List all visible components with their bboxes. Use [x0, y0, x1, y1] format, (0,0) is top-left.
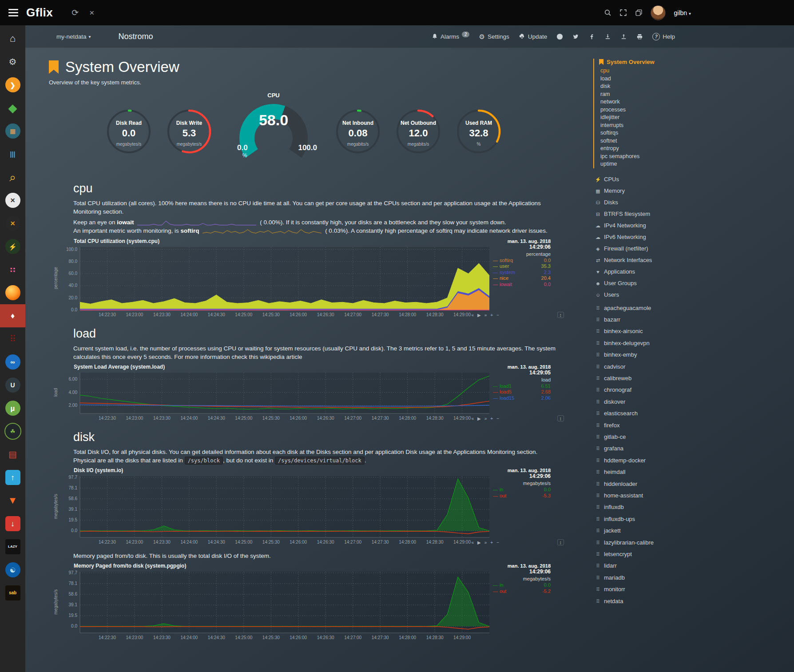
menu-app[interactable]: ⠿hddtemp-docker	[594, 455, 794, 466]
menu-section[interactable]: ⚡CPUs	[594, 174, 794, 185]
github-icon[interactable]	[556, 33, 563, 40]
disk-chart-plot[interactable]: 14:22:3014:23:0014:23:3014:24:0014:24:30…	[60, 473, 491, 545]
app-shortcut[interactable]: ⚡	[0, 235, 25, 258]
app-shortcut[interactable]	[0, 281, 25, 304]
app-shortcut[interactable]: ⚙	[0, 50, 25, 73]
app-shortcut[interactable]: ▼	[0, 489, 25, 512]
menu-subitem[interactable]: processes	[600, 106, 794, 114]
menu-subitem[interactable]: uptime	[600, 160, 794, 168]
legend-row[interactable]: —softirq 0.0	[493, 258, 551, 264]
zoom-out-icon[interactable]: −	[496, 540, 499, 545]
menu-section[interactable]: ☺Users	[594, 289, 794, 301]
pan-left-icon[interactable]: «	[471, 540, 474, 545]
app-shortcut[interactable]: U	[0, 374, 25, 397]
app-shortcut[interactable]: ▤	[0, 443, 25, 466]
app-shortcut[interactable]: sab	[0, 581, 25, 604]
menu-subitem[interactable]: softirqs	[600, 129, 794, 137]
menu-section[interactable]: ◈Firewall (netfilter)	[594, 243, 794, 254]
app-shortcut[interactable]: ❯	[0, 73, 25, 96]
menu-app[interactable]: ⠿monitorr	[594, 584, 794, 595]
menu-section[interactable]: ▦Memory	[594, 185, 794, 197]
menu-app[interactable]: ⠿diskover	[594, 396, 794, 408]
menu-app[interactable]: ⠿cadvisor	[594, 361, 794, 373]
resize-handle-icon[interactable]: ↕	[557, 539, 564, 545]
server-dropdown[interactable]: my-netdata▾	[56, 33, 91, 40]
menu-app[interactable]: ⠿binhex-emby	[594, 349, 794, 361]
app-shortcut[interactable]: ☘	[0, 420, 25, 443]
pan-right-icon[interactable]: »	[484, 540, 487, 545]
resize-handle-icon[interactable]: ↕	[557, 312, 564, 318]
app-shortcut[interactable]: ▦	[0, 119, 25, 143]
zoom-out-icon[interactable]: −	[496, 313, 499, 318]
menu-subitem[interactable]: softnet	[600, 137, 794, 145]
close-icon[interactable]: ×	[89, 8, 94, 17]
menu-section[interactable]: ☁IPv6 Networking	[594, 231, 794, 243]
gauge-used-ram[interactable]: Used RAM 32.8 %	[449, 105, 509, 173]
menu-app[interactable]: ⠿home-assistant	[594, 490, 794, 501]
menu-section[interactable]: ☁IPv4 Networking	[594, 220, 794, 231]
app-shortcut[interactable]: ✕	[0, 212, 25, 235]
app-shortcut[interactable]: ♦	[0, 304, 25, 327]
search-icon[interactable]	[604, 9, 611, 16]
legend-row[interactable]: —load15 2.06	[493, 395, 551, 402]
gauge-net-outbound[interactable]: Net Outbound 12.0 megabits/s	[388, 105, 449, 173]
app-shortcut[interactable]: ⠶	[0, 258, 25, 281]
menu-app[interactable]: ⠿letsencrypt	[594, 549, 794, 560]
menu-subitem[interactable]: interrupts	[600, 122, 794, 130]
app-shortcut[interactable]: ⠿	[0, 327, 25, 350]
pan-left-icon[interactable]: «	[471, 313, 474, 318]
menu-app[interactable]: ⠿binhex-airsonic	[594, 326, 794, 337]
pan-right-icon[interactable]: »	[484, 313, 487, 318]
app-shortcut[interactable]: ◆	[0, 96, 25, 119]
legend-row[interactable]: —nice 20.4	[493, 275, 551, 282]
twitter-icon[interactable]	[572, 33, 579, 40]
menu-item-system-overview[interactable]: System Overview	[599, 59, 794, 65]
menu-app[interactable]: ⠿binhex-delugevpn	[594, 338, 794, 349]
app-shortcut[interactable]: |||	[0, 143, 25, 166]
menu-app[interactable]: ⠿influxdb-ups	[594, 513, 794, 525]
legend-row[interactable]: —in 0.0	[493, 582, 551, 588]
menu-subitem[interactable]: entropy	[600, 145, 794, 153]
pan-left-icon[interactable]: «	[471, 416, 474, 421]
app-shortcut[interactable]: ∞	[0, 350, 25, 374]
app-shortcut[interactable]: µ	[0, 397, 25, 420]
help-button[interactable]: ?Help	[652, 33, 675, 40]
menu-app[interactable]: ⠿mariadb	[594, 572, 794, 584]
legend-row[interactable]: —in 0.0	[493, 487, 551, 493]
upload-icon[interactable]	[620, 33, 627, 40]
legend-row[interactable]: —out -5.2	[493, 588, 551, 595]
user-avatar[interactable]	[651, 5, 666, 20]
zoom-in-icon[interactable]: +	[490, 313, 493, 318]
settings-button[interactable]: ⚙Settings	[479, 33, 509, 40]
gauge-net-inbound[interactable]: Net Inbound 0.08 megabits/s	[328, 105, 388, 173]
menu-app[interactable]: ⠿netdata	[594, 596, 794, 607]
menu-subitem[interactable]: load	[600, 75, 794, 83]
app-shortcut[interactable]: ⌕	[0, 166, 25, 189]
memory-chart-plot[interactable]: 14:22:3014:23:0014:23:3014:24:0014:24:30…	[60, 569, 491, 641]
app-shortcut[interactable]: ↑	[0, 466, 25, 489]
menu-app[interactable]: ⠿hiddenloader	[594, 478, 794, 490]
legend-row[interactable]: —out -5.3	[493, 493, 551, 499]
fullscreen-icon[interactable]	[619, 9, 627, 16]
menu-app[interactable]: ⠿bazarr	[594, 314, 794, 326]
menu-section[interactable]: ⊟BTRFS filesystem	[594, 208, 794, 220]
gauge-cpu[interactable]: CPU 58.0 0.0 100.0 %	[226, 94, 321, 164]
play-icon[interactable]: ▶	[477, 416, 481, 421]
pan-right-icon[interactable]: »	[484, 416, 487, 421]
menu-subitem[interactable]: cpu	[600, 67, 794, 75]
menu-subitem[interactable]: idlejitter	[600, 114, 794, 122]
menu-app[interactable]: ⠿calibreweb	[594, 373, 794, 384]
menu-app[interactable]: ⠿chronograf	[594, 384, 794, 396]
zoom-out-icon[interactable]: −	[496, 416, 499, 421]
menu-subitem[interactable]: disk	[600, 83, 794, 91]
menu-subitem[interactable]: ram	[600, 91, 794, 99]
hamburger-menu-icon[interactable]	[8, 7, 18, 18]
gauge-disk-read[interactable]: Disk Read 0.0 megabytes/s	[99, 105, 159, 173]
app-shortcut[interactable]: ✕	[0, 189, 25, 212]
gauge-disk-write[interactable]: Disk Write 5.3 megabytes/s	[159, 105, 219, 173]
alarms-button[interactable]: Alarms2	[432, 33, 470, 40]
menu-subitem[interactable]: network	[600, 98, 794, 106]
legend-row[interactable]: —user 35.3	[493, 263, 551, 270]
resize-handle-icon[interactable]: ↕	[557, 415, 564, 421]
print-icon[interactable]	[636, 33, 643, 40]
